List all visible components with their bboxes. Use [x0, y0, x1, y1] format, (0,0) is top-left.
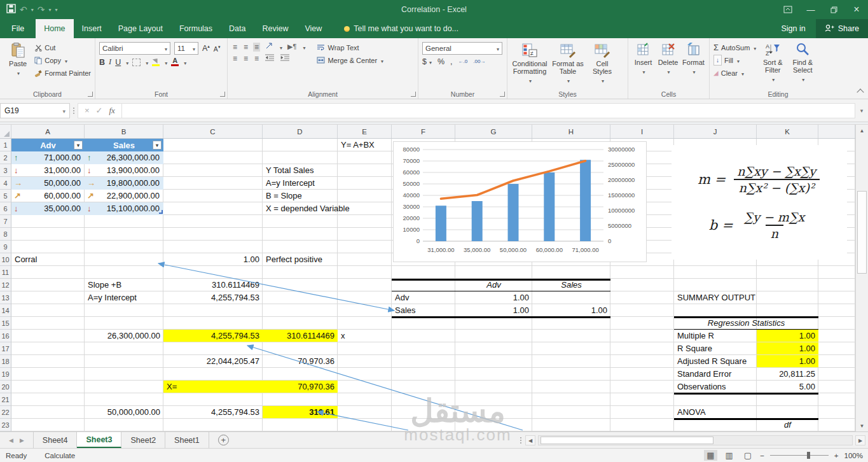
accounting-format-icon[interactable]: $ [422, 57, 427, 66]
cell-D4[interactable]: A=y Intercept [263, 177, 338, 190]
tab-file[interactable]: File [0, 19, 36, 38]
row-header-19[interactable]: 19 [0, 368, 11, 381]
cell-D3[interactable]: Y Total Sales [263, 164, 338, 177]
formula-input[interactable] [122, 103, 855, 118]
cell-B13[interactable]: A=y Intercept [85, 291, 163, 304]
name-box-dropdown-icon[interactable] [62, 106, 65, 115]
column-header-partial[interactable] [818, 125, 855, 138]
alignment-dialog-launcher[interactable] [411, 92, 416, 97]
row-header-9[interactable]: 9 [0, 241, 11, 253]
tell-me-box[interactable]: Tell me what you want to do... [344, 19, 458, 38]
row-header-18[interactable]: 18 [0, 355, 11, 368]
cut-button[interactable]: Cut [34, 42, 91, 53]
row-header-17[interactable]: 17 [0, 342, 11, 355]
column-header-J[interactable]: J [674, 125, 757, 138]
underline-button[interactable]: U [115, 58, 121, 67]
save-icon[interactable] [6, 4, 16, 15]
table-resize-handle[interactable] [159, 210, 163, 214]
column-header-A[interactable]: A [11, 125, 85, 138]
normal-view-icon[interactable]: ▦ [704, 450, 717, 461]
bold-button[interactable]: B [99, 58, 105, 67]
cell-C20[interactable]: X= [163, 381, 263, 393]
row-header-21[interactable]: 21 [0, 393, 11, 406]
insert-function-icon[interactable]: fx [109, 106, 115, 116]
next-sheet-icon[interactable]: ▶ [20, 437, 24, 444]
cell-A10[interactable]: Corral [11, 253, 85, 266]
tab-page-layout[interactable]: Page Layout [110, 19, 171, 38]
clear-button[interactable]: ◢Clear [713, 67, 756, 78]
find-select-button[interactable]: Find & Select [788, 40, 817, 84]
cell-J19[interactable]: Standard Error [674, 368, 757, 381]
cell-K23[interactable]: df [757, 419, 818, 431]
select-all-button[interactable] [0, 125, 11, 138]
cell-D5[interactable]: B = Slope [263, 190, 338, 202]
font-size-combo[interactable]: 11 [174, 42, 198, 55]
cell-styles-button[interactable]: Cell Styles [586, 40, 618, 85]
cell-B16[interactable]: 26,300,000.00 [85, 330, 163, 342]
cell-J16[interactable]: Multiple R [674, 330, 757, 342]
minimize-button[interactable]: — [799, 0, 822, 19]
cell-J18[interactable]: Adjusted R Square [674, 355, 757, 368]
cancel-icon[interactable]: × [85, 106, 90, 115]
row-header-11[interactable]: 11 [0, 266, 11, 279]
cell-J20[interactable]: Observations [674, 381, 757, 393]
table-cell[interactable]: →19,800,000.00 [85, 177, 163, 190]
sheet-tab-sheet2[interactable]: Sheet2 [121, 432, 165, 448]
column-header-G[interactable]: G [455, 125, 532, 138]
enter-icon[interactable]: ✓ [96, 106, 103, 115]
cell-C16[interactable]: 4,255,794.53 [163, 330, 263, 342]
decrease-indent-icon[interactable] [264, 54, 275, 63]
orientation-icon[interactable] [264, 42, 275, 52]
redo-icon[interactable]: ↷ [38, 4, 45, 15]
row-header-20[interactable]: 20 [0, 381, 11, 393]
customize-qat-icon[interactable]: ▾ [55, 7, 58, 13]
column-header-D[interactable]: D [263, 125, 338, 138]
scroll-left-icon[interactable]: ◀ [525, 435, 535, 445]
row-header-4[interactable]: 4 [0, 177, 11, 190]
fill-button[interactable]: ↓Fill [713, 55, 756, 66]
cell-C10[interactable]: 1.00 [163, 253, 263, 266]
fill-color-icon[interactable] [152, 58, 160, 66]
table-cell[interactable]: ↑26,300,000.00 [85, 151, 163, 164]
row-header-3[interactable]: 3 [0, 164, 11, 177]
align-center-icon[interactable]: ≡ [242, 54, 249, 63]
cell-J13[interactable]: SUMMARY OUTPUT [674, 291, 757, 304]
restore-button[interactable] [822, 0, 845, 19]
row-header-7[interactable]: 7 [0, 215, 11, 228]
ribbon-display-options-icon[interactable] [776, 0, 799, 19]
align-right-icon[interactable]: ≡ [253, 54, 260, 63]
format-cells-button[interactable]: Format [680, 40, 706, 76]
column-header-F[interactable]: F [392, 125, 455, 138]
undo-dropdown-icon[interactable]: ▾ [31, 7, 34, 13]
sheet-grid[interactable]: 1234567891011121314151617181920212223 01… [0, 139, 855, 431]
zoom-level[interactable]: 100% [844, 452, 863, 459]
font-name-combo[interactable]: Calibri [99, 42, 170, 55]
cell-J15[interactable]: Regression Statistics [674, 317, 818, 330]
chart[interactable]: 0100002000030000400005000060000700008000… [393, 141, 647, 262]
increase-font-icon[interactable]: A▴ [202, 44, 210, 53]
collapse-ribbon-icon[interactable] [857, 88, 864, 95]
cell-C18[interactable]: 22,044,205.47 [163, 355, 263, 368]
column-header-H[interactable]: H [532, 125, 610, 138]
font-dialog-launcher[interactable] [220, 92, 225, 97]
cell-D20[interactable]: 70,970.36 [263, 381, 338, 393]
vertical-scrollbar-thumb[interactable] [857, 191, 867, 274]
row-header-13[interactable]: 13 [0, 291, 11, 304]
cell-E1[interactable]: Y= A+BX [338, 139, 392, 151]
format-painter-button[interactable]: Format Painter [34, 67, 91, 78]
sign-in-button[interactable]: Sign in [771, 19, 815, 38]
wrap-text-button[interactable]: Wrap Text [317, 42, 383, 53]
cell-K17[interactable]: 1.00 [757, 342, 818, 355]
column-header-K[interactable]: K [757, 125, 818, 138]
decrease-decimal-icon[interactable]: .00→ [473, 59, 485, 64]
align-top-icon[interactable]: ≡ [231, 43, 238, 52]
increase-indent-icon[interactable] [279, 54, 291, 63]
format-as-table-button[interactable]: Format as Table [549, 40, 586, 85]
italic-button[interactable]: I [109, 57, 111, 67]
zoom-slider-thumb[interactable] [807, 452, 810, 459]
cell-F14[interactable]: Sales [392, 304, 455, 317]
tab-splitter[interactable] [520, 437, 523, 444]
page-break-view-icon[interactable]: ▢ [741, 450, 754, 461]
table-cell[interactable]: ↑71,000.00 [11, 151, 85, 164]
cell-K18[interactable]: 1.00 [757, 355, 818, 368]
